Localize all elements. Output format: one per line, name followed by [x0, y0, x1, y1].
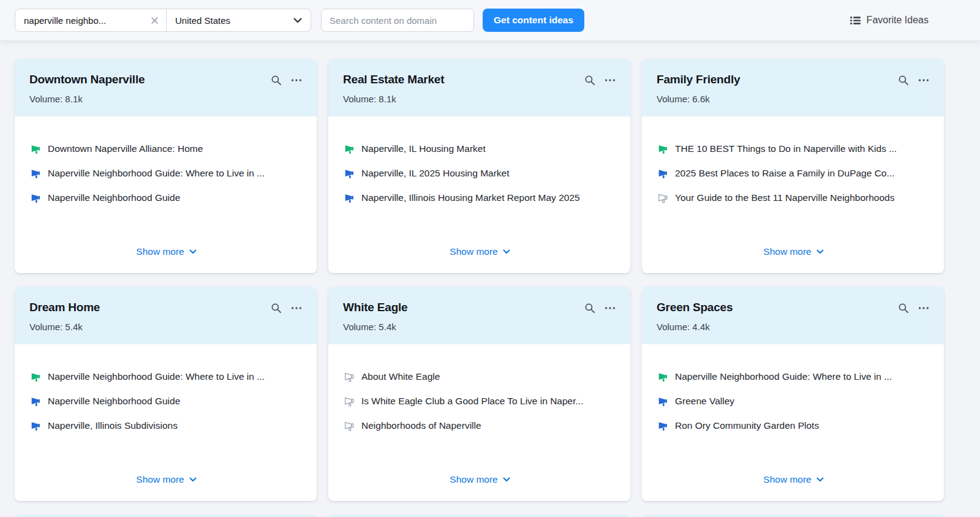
top-toolbar: United States Get content ideas Favorite… [0, 0, 980, 40]
search-topic-icon[interactable] [271, 303, 282, 314]
idea-list: Naperville Neighborhood Guide: Where to … [658, 364, 929, 438]
topic-volume: Volume: 4.4k [657, 322, 733, 332]
megaphone-gray-icon [344, 396, 355, 407]
megaphone-green-icon [344, 144, 355, 154]
topic-card-header[interactable]: Green Spaces Volume: 4.4k [642, 287, 944, 344]
show-more-label: Show more [136, 474, 184, 485]
chevron-down-icon [293, 18, 302, 23]
idea-list: About White Eagle Is White Eagle Club a … [344, 364, 616, 438]
idea-list: Naperville Neighborhood Guide: Where to … [31, 364, 302, 438]
country-select[interactable]: United States [167, 9, 311, 31]
topic-card-actions [584, 73, 616, 86]
idea-item[interactable]: Your Guide to the Best 11 Naperville Nei… [658, 186, 929, 210]
keyword-input[interactable] [24, 15, 146, 26]
topic-card-header[interactable]: Downtown Naperville Volume: 8.1k [15, 59, 317, 116]
show-more-label: Show more [450, 474, 497, 485]
topic-card-header-text: Family Friendly Volume: 6.6k [657, 73, 740, 104]
idea-item[interactable]: Ron Ory Community Garden Plots [658, 413, 929, 438]
topic-card-partial [642, 515, 944, 517]
search-topic-icon[interactable] [584, 75, 595, 86]
topic-card-header[interactable]: White Eagle Volume: 5.4k [328, 287, 630, 344]
idea-item[interactable]: Is White Eagle Club a Good Place To Live… [344, 389, 616, 413]
topic-title: Family Friendly [657, 73, 740, 86]
show-more-button[interactable]: Show more [760, 472, 827, 486]
topic-card-header-text: Real Estate Market Volume: 8.1k [343, 73, 444, 104]
idea-item[interactable]: About White Eagle [344, 364, 616, 389]
more-options-icon[interactable] [605, 75, 616, 86]
keyword-country-group: United States [15, 9, 311, 32]
idea-item[interactable]: Naperville Neighborhood Guide: Where to … [31, 364, 302, 389]
idea-item[interactable]: THE 10 BEST Things to Do in Naperville w… [658, 137, 929, 161]
topic-volume: Volume: 5.4k [29, 322, 100, 332]
search-topic-icon[interactable] [898, 303, 909, 314]
more-options-icon[interactable] [291, 303, 302, 314]
idea-item[interactable]: Naperville Neighborhood Guide: Where to … [658, 364, 929, 389]
megaphone-blue-icon [658, 168, 668, 179]
megaphone-blue-icon [31, 168, 41, 179]
topic-card-body: Naperville Neighborhood Guide: Where to … [15, 344, 317, 501]
show-more-label: Show more [450, 246, 497, 257]
megaphone-blue-icon [344, 193, 355, 203]
more-options-icon[interactable] [605, 303, 616, 314]
show-more-button[interactable]: Show more [760, 244, 827, 258]
topic-card-header[interactable]: Dream Home Volume: 5.4k [15, 287, 317, 344]
topic-title: Downtown Naperville [29, 73, 145, 86]
idea-item[interactable]: Naperville Neighborhood Guide [31, 186, 302, 210]
megaphone-green-icon [658, 372, 668, 382]
search-topic-icon[interactable] [584, 303, 595, 314]
topic-card-header[interactable]: Real Estate Market Volume: 8.1k [328, 59, 630, 116]
topic-card-header-text: White Eagle Volume: 5.4k [343, 301, 407, 332]
topic-volume: Volume: 8.1k [343, 94, 444, 104]
more-options-icon[interactable] [918, 303, 929, 314]
topic-card-body: Naperville, IL Housing Market Naperville… [328, 116, 630, 273]
idea-item[interactable]: Naperville Neighborhood Guide [31, 389, 302, 413]
topic-card-body: Downtown Naperville Alliance: Home Naper… [15, 116, 317, 273]
topic-card: White Eagle Volume: 5.4k About White [328, 287, 630, 501]
topic-card: Green Spaces Volume: 4.4k Naperville [642, 287, 944, 501]
idea-item[interactable]: 2025 Best Places to Raise a Family in Du… [658, 161, 929, 186]
idea-item[interactable]: Greene Valley [658, 389, 929, 413]
megaphone-gray-icon [344, 421, 355, 431]
show-more-button[interactable]: Show more [446, 472, 513, 486]
search-topic-icon[interactable] [898, 75, 909, 86]
topic-title: Dream Home [29, 301, 100, 314]
favorite-ideas-button[interactable]: Favorite Ideas [850, 15, 929, 26]
topic-card-body: About White Eagle Is White Eagle Club a … [328, 344, 630, 501]
topic-card-actions [584, 301, 616, 314]
idea-item[interactable]: Naperville, Illinois Subdivisions [31, 413, 302, 438]
clear-keyword-icon[interactable] [151, 17, 159, 25]
show-more-label: Show more [763, 246, 811, 257]
topic-card: Family Friendly Volume: 6.6k THE 10 [642, 59, 944, 273]
topic-card: Dream Home Volume: 5.4k Naperville N [15, 287, 317, 501]
megaphone-green-icon [31, 144, 41, 154]
megaphone-blue-icon [658, 396, 668, 407]
domain-search-input[interactable] [321, 9, 474, 32]
idea-item[interactable]: Naperville, IL Housing Market [344, 137, 616, 161]
show-more-button[interactable]: Show more [132, 472, 200, 486]
topic-card-partial [15, 515, 317, 517]
show-more-button[interactable]: Show more [132, 244, 200, 258]
topic-title: White Eagle [343, 301, 407, 314]
more-options-icon[interactable] [918, 75, 929, 86]
more-options-icon[interactable] [291, 75, 302, 86]
topic-card-actions [271, 301, 302, 314]
search-topic-icon[interactable] [271, 75, 282, 86]
megaphone-blue-icon [31, 193, 41, 203]
idea-item[interactable]: Neighborhoods of Naperville [344, 413, 616, 438]
show-more-button[interactable]: Show more [446, 244, 513, 258]
idea-item[interactable]: Naperville, Illinois Housing Market Repo… [344, 186, 616, 210]
topic-title: Real Estate Market [343, 73, 444, 86]
list-icon [850, 15, 861, 26]
idea-list: Downtown Naperville Alliance: Home Naper… [31, 137, 302, 210]
topic-volume: Volume: 6.6k [657, 94, 740, 104]
megaphone-blue-icon [31, 421, 41, 431]
get-content-ideas-button[interactable]: Get content ideas [483, 9, 584, 32]
country-select-value: United States [175, 15, 230, 26]
topic-card-partial [328, 515, 630, 517]
show-more-label: Show more [136, 246, 184, 257]
megaphone-blue-icon [658, 421, 668, 431]
idea-item[interactable]: Naperville Neighborhood Guide: Where to … [31, 161, 302, 186]
topic-card-header[interactable]: Family Friendly Volume: 6.6k [642, 59, 944, 116]
idea-item[interactable]: Naperville, IL 2025 Housing Market [344, 161, 616, 186]
idea-item[interactable]: Downtown Naperville Alliance: Home [31, 137, 302, 161]
